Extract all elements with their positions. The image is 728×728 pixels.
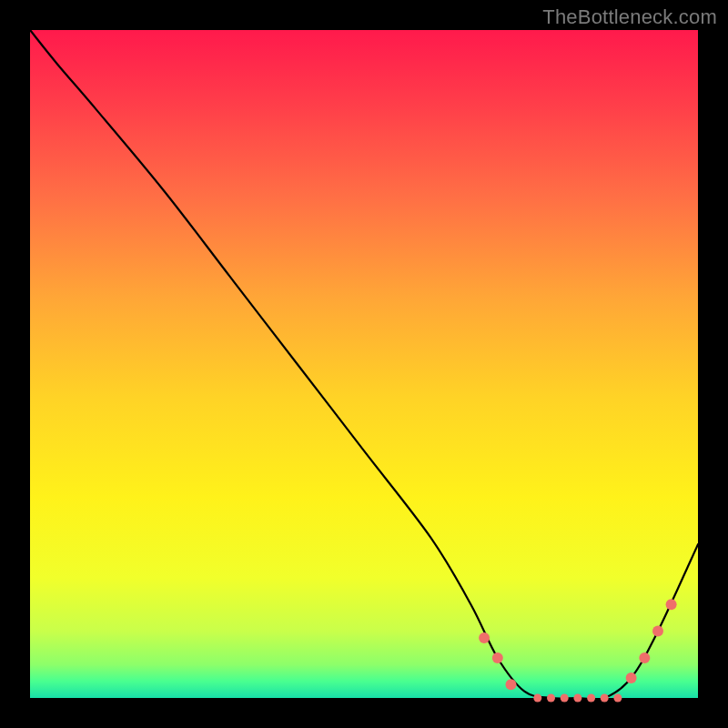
curve-marker <box>492 652 503 663</box>
chart-plot-area <box>30 30 698 698</box>
curve-marker <box>533 694 541 703</box>
curve-marker <box>601 694 609 703</box>
curve-marker <box>587 694 595 703</box>
curve-marker <box>613 694 622 703</box>
curve-marker <box>506 679 517 690</box>
chart-frame: TheBottleneck.com <box>0 0 728 728</box>
curve-marker <box>666 599 677 610</box>
bottleneck-curve <box>30 30 698 698</box>
curve-marker <box>626 672 637 683</box>
curve-marker <box>547 694 555 703</box>
curve-marker <box>652 626 663 637</box>
curve-marker <box>639 652 650 663</box>
curve-marker <box>479 632 490 643</box>
curve-marker <box>561 694 569 703</box>
curve-path <box>30 30 698 700</box>
curve-marker <box>573 694 581 703</box>
watermark-label: TheBottleneck.com <box>542 5 717 29</box>
